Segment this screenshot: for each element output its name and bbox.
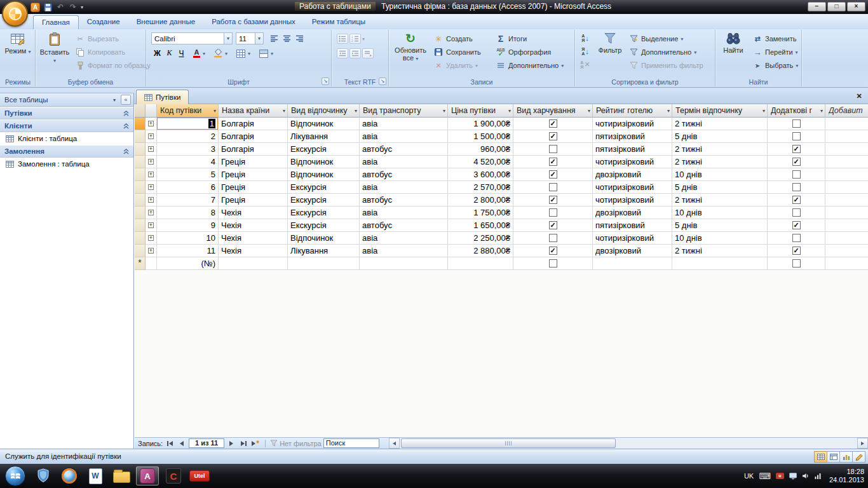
cell[interactable]: (№) — [157, 257, 219, 270]
paste-button[interactable]: Вставить▾ — [38, 32, 71, 65]
new-record-nav-button[interactable]: * — [250, 439, 261, 448]
new-row-selector[interactable]: * — [135, 257, 146, 270]
cell[interactable]: 5 днів — [672, 219, 768, 232]
cell[interactable]: Екскурсія — [288, 181, 360, 194]
display-tray-icon[interactable] — [789, 473, 797, 480]
column-header-10[interactable]: Добавит — [825, 104, 868, 118]
column-header-9[interactable]: Додаткові г▾ — [768, 104, 825, 118]
column-dropdown-icon[interactable]: ▾ — [820, 108, 823, 114]
nav-pane-collapse-button[interactable]: « — [121, 95, 131, 105]
row-selector[interactable] — [135, 168, 146, 181]
expand-icon[interactable]: + — [148, 121, 154, 126]
cell[interactable]: 10 днів — [672, 168, 768, 181]
cell[interactable]: чотиризірковий — [593, 156, 672, 168]
cell[interactable]: ✓ — [513, 194, 593, 207]
expand-icon[interactable]: + — [148, 172, 154, 177]
cell[interactable]: двозірковий — [593, 207, 672, 219]
cell[interactable]: 1 900,00₴ — [448, 118, 513, 130]
cell[interactable] — [513, 181, 593, 194]
tab-external-data[interactable]: Внешние данные — [128, 15, 203, 29]
cell[interactable]: Екскурсія — [288, 194, 360, 207]
save-icon[interactable] — [43, 2, 53, 12]
cell[interactable]: Лікування — [288, 245, 360, 257]
align-center-button[interactable] — [281, 32, 293, 44]
cell[interactable]: 3 — [157, 143, 219, 156]
cell[interactable]: Чехія — [219, 245, 288, 257]
cell[interactable] — [288, 257, 360, 270]
cell[interactable]: пятизірковий — [593, 143, 672, 156]
cell[interactable]: пятизірковий — [593, 219, 672, 232]
document-tab-putivky[interactable]: Путівки — [136, 90, 189, 104]
checkbox[interactable]: ✓ — [549, 196, 557, 204]
column-header-7[interactable]: Рейтинг готелю▾ — [593, 104, 672, 118]
close-button[interactable]: × — [847, 2, 865, 11]
nav-group-header-3[interactable]: Замолення — [0, 145, 133, 158]
checkbox[interactable]: ✓ — [792, 158, 801, 166]
search-input[interactable]: Поиск — [323, 438, 379, 448]
column-header-1[interactable]: Код путівки▾ — [157, 104, 219, 118]
last-record-button[interactable] — [238, 439, 248, 448]
sort-descending-button[interactable]: ЯА↓ — [578, 45, 593, 57]
cell[interactable]: ✓ — [768, 219, 825, 232]
checkbox[interactable] — [792, 170, 801, 179]
column-header-4[interactable]: Вид транспорту▾ — [360, 104, 448, 118]
cell[interactable]: 2 570,00₴ — [448, 181, 513, 194]
expand-icon[interactable]: + — [148, 133, 154, 139]
goto-button[interactable]: →Перейти ▾ — [752, 46, 798, 58]
expand-icon[interactable]: + — [148, 235, 154, 241]
cell[interactable]: ✓ — [513, 219, 593, 232]
cell[interactable]: авіа — [360, 181, 448, 194]
cell[interactable]: 4 — [157, 156, 219, 168]
scroll-right-button[interactable] — [857, 438, 868, 449]
cell[interactable]: ✓ — [513, 130, 593, 143]
view-datasheet-button[interactable] — [814, 451, 827, 463]
cell[interactable]: 1 650,00₴ — [448, 219, 513, 232]
cell[interactable]: 1 — [157, 118, 219, 130]
expand-icon[interactable]: + — [148, 197, 154, 203]
expand-icon[interactable]: + — [148, 184, 154, 190]
cell[interactable] — [768, 257, 825, 270]
row-selector[interactable] — [135, 207, 146, 219]
column-header-2[interactable]: Назва країни▾ — [219, 104, 288, 118]
keyboard-icon[interactable]: ⌨ — [759, 472, 771, 480]
nav-item[interactable]: Замолення : таблица — [0, 158, 133, 170]
advanced-filter-button[interactable]: Дополнительно ▾ — [628, 46, 696, 58]
checkbox[interactable]: ✓ — [549, 132, 557, 140]
collapse-group-icon[interactable] — [123, 111, 130, 116]
cell[interactable]: Болгарія — [219, 130, 288, 143]
checkbox[interactable] — [549, 259, 557, 268]
nav-item[interactable]: Клієнти : таблица — [0, 132, 133, 145]
cell[interactable]: авіа — [360, 130, 448, 143]
cell[interactable]: 2 800,00₴ — [448, 194, 513, 207]
save-record-button[interactable]: Сохранить — [433, 46, 481, 58]
column-dropdown-icon[interactable]: ▾ — [355, 108, 357, 114]
cell[interactable]: Лікування — [288, 130, 360, 143]
column-header-5[interactable]: Ціна путівки▾ — [448, 104, 513, 118]
cell[interactable] — [593, 257, 672, 270]
filter-button[interactable]: Фильтр — [595, 32, 625, 54]
checkbox[interactable]: ✓ — [792, 196, 801, 204]
cell[interactable]: 1 500,00₴ — [448, 130, 513, 143]
cell[interactable]: автобус — [360, 219, 448, 232]
cell[interactable]: Чехія — [219, 207, 288, 219]
cell[interactable] — [768, 181, 825, 194]
cell[interactable]: авіа — [360, 118, 448, 130]
cell[interactable]: автобус — [360, 143, 448, 156]
cell[interactable]: ✓ — [768, 194, 825, 207]
checkbox[interactable] — [792, 132, 801, 140]
checkbox[interactable]: ✓ — [549, 247, 557, 255]
cell[interactable]: Греція — [219, 194, 288, 207]
cell[interactable]: Відпочинок — [288, 118, 360, 130]
cell[interactable]: Відпочинок — [288, 232, 360, 245]
fill-color-button[interactable]: ▾ — [214, 47, 227, 60]
more-records-button[interactable]: Дополнительно ▾ — [496, 59, 564, 72]
font-size-dropdown-icon[interactable]: ▾ — [255, 33, 263, 44]
cell[interactable] — [768, 118, 825, 130]
expand-icon[interactable]: + — [148, 146, 154, 152]
gridlines-button[interactable]: ▾ — [236, 47, 250, 60]
record-position[interactable]: 1 из 11 — [189, 438, 224, 448]
cell[interactable]: авіа — [360, 232, 448, 245]
utel-tray-icon[interactable]: u — [776, 473, 784, 479]
totals-button[interactable]: ΣИтоги — [496, 32, 527, 45]
cell[interactable]: Екскурсія — [288, 207, 360, 219]
